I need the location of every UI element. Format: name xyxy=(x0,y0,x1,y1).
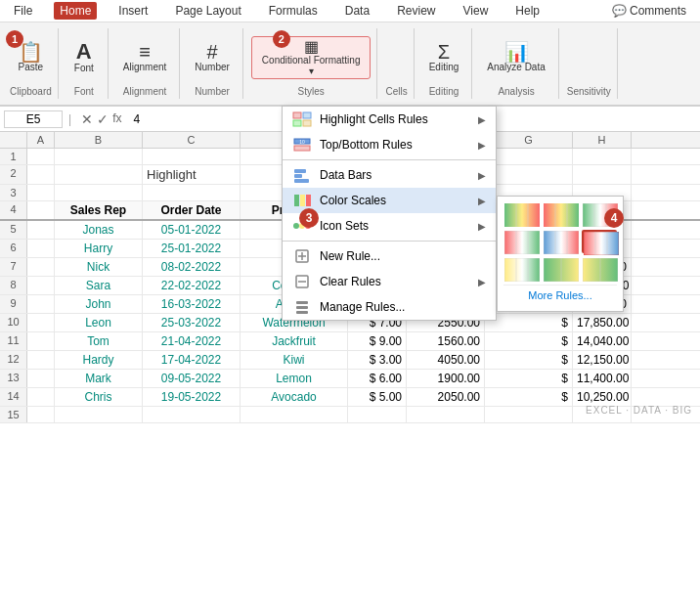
color-scale-gwr[interactable] xyxy=(582,202,617,226)
cell-a7[interactable] xyxy=(27,258,55,276)
cell-e13[interactable]: $ 6.00 xyxy=(348,370,407,387)
col-header-g[interactable]: G xyxy=(485,132,573,148)
cell-g1[interactable] xyxy=(485,149,573,164)
cell-h12[interactable]: 12,150.00 xyxy=(573,351,632,369)
cell-f11[interactable]: 1560.00 xyxy=(407,332,485,350)
data-bars-item[interactable]: Data Bars ▶ xyxy=(283,162,496,188)
cell-b7[interactable]: Nick xyxy=(55,258,143,276)
menu-page-layout[interactable]: Page Layout xyxy=(169,2,246,20)
cell-a8[interactable] xyxy=(27,277,55,294)
cell-b9[interactable]: John xyxy=(55,295,143,313)
function-icon[interactable]: fx xyxy=(112,111,121,127)
cell-b12[interactable]: Hardy xyxy=(55,351,143,369)
cell-c14[interactable]: 19-05-2022 xyxy=(143,388,241,406)
cell-b6[interactable]: Harry xyxy=(55,240,143,257)
font-button[interactable]: A Font xyxy=(66,37,102,77)
cell-b3[interactable] xyxy=(55,185,143,200)
cell-b4[interactable]: Sales Rep xyxy=(55,201,143,219)
cell-g2[interactable] xyxy=(485,165,573,184)
cell-c7[interactable]: 08-02-2022 xyxy=(143,258,241,276)
col-header-h[interactable]: H xyxy=(573,132,632,148)
cell-b15[interactable] xyxy=(55,407,143,422)
confirm-icon[interactable]: ✓ xyxy=(97,111,109,127)
analyze-data-button[interactable]: 📊 Analyze Data xyxy=(480,38,551,76)
cell-a12[interactable] xyxy=(27,351,55,369)
cell-g11[interactable]: $ xyxy=(485,332,573,350)
col-header-b[interactable]: B xyxy=(55,132,143,148)
cell-a2[interactable] xyxy=(27,165,55,184)
cell-b13[interactable]: Mark xyxy=(55,370,143,387)
cell-c10[interactable]: 25-03-2022 xyxy=(143,314,241,331)
menu-help[interactable]: Help xyxy=(509,2,546,20)
cell-f13[interactable]: 1900.00 xyxy=(407,370,485,387)
cell-f14[interactable]: 2050.00 xyxy=(407,388,485,406)
menu-insert[interactable]: Insert xyxy=(112,2,153,20)
color-scale-bwr[interactable] xyxy=(543,230,578,253)
cell-g10[interactable]: $ xyxy=(485,314,573,331)
color-scale-rwb[interactable] xyxy=(582,230,617,253)
highlight-cells-rules-item[interactable]: Highlight Cells Rules ▶ xyxy=(283,107,496,132)
cell-d12[interactable]: Kiwi xyxy=(241,351,348,369)
cell-d11[interactable]: Jackfruit xyxy=(241,332,348,350)
cell-d15[interactable] xyxy=(241,407,348,422)
cell-b1[interactable] xyxy=(55,149,143,164)
cell-b10[interactable]: Leon xyxy=(55,314,143,331)
alignment-button[interactable]: ≡ Alignment xyxy=(116,38,173,76)
cell-a14[interactable] xyxy=(27,388,55,406)
cell-c6[interactable]: 25-01-2022 xyxy=(143,240,241,257)
cell-e12[interactable]: $ 3.00 xyxy=(348,351,407,369)
cell-a5[interactable] xyxy=(27,221,55,239)
cell-a11[interactable] xyxy=(27,332,55,350)
cell-reference-input[interactable]: E5 xyxy=(4,110,63,128)
cell-g15[interactable] xyxy=(485,407,573,422)
cell-d14[interactable]: Avocado xyxy=(241,388,348,406)
menu-view[interactable]: View xyxy=(458,2,495,20)
cell-c12[interactable]: 17-04-2022 xyxy=(143,351,241,369)
color-scale-ywg[interactable] xyxy=(503,257,539,281)
cell-c2[interactable]: Highlight xyxy=(143,165,241,184)
cell-g13[interactable]: $ xyxy=(485,370,573,387)
cell-a1[interactable] xyxy=(27,149,55,164)
cell-d13[interactable]: Lemon xyxy=(241,370,348,387)
menu-home[interactable]: Home xyxy=(54,2,97,20)
number-button[interactable]: # Number xyxy=(188,38,237,76)
cancel-icon[interactable]: ✕ xyxy=(81,111,93,127)
cell-e11[interactable]: $ 9.00 xyxy=(348,332,407,350)
cell-b11[interactable]: Tom xyxy=(55,332,143,350)
col-header-a[interactable]: A xyxy=(27,132,55,148)
more-rules-link[interactable]: More Rules... xyxy=(503,285,617,305)
cell-g14[interactable]: $ xyxy=(485,388,573,406)
cell-h2[interactable] xyxy=(573,165,632,184)
cell-h13[interactable]: 11,400.00 xyxy=(573,370,632,387)
cell-f12[interactable]: 4050.00 xyxy=(407,351,485,369)
cell-b14[interactable]: Chris xyxy=(55,388,143,406)
cell-c4[interactable]: Order Date xyxy=(143,201,241,219)
manage-rules-item[interactable]: Manage Rules... xyxy=(283,294,496,320)
clear-rules-item[interactable]: Clear Rules ▶ xyxy=(283,269,496,294)
editing-button[interactable]: Σ Editing xyxy=(422,38,466,76)
conditional-formatting-button[interactable]: ▦ Conditional Formatting ▾ xyxy=(251,36,372,79)
cell-a15[interactable] xyxy=(27,407,55,422)
cell-h11[interactable]: 14,040.00 xyxy=(573,332,632,350)
new-rule-item[interactable]: New Rule... xyxy=(283,243,496,269)
cell-c3[interactable] xyxy=(143,185,241,200)
cell-c15[interactable] xyxy=(143,407,241,422)
col-header-c[interactable]: C xyxy=(143,132,241,148)
cell-g12[interactable]: $ xyxy=(485,351,573,369)
cell-a13[interactable] xyxy=(27,370,55,387)
menu-comments[interactable]: 💬 Comments xyxy=(606,2,692,20)
menu-data[interactable]: Data xyxy=(339,2,375,20)
color-scales-item[interactable]: Color Scales ▶ xyxy=(283,188,496,213)
cell-c13[interactable]: 09-05-2022 xyxy=(143,370,241,387)
cell-a4[interactable] xyxy=(27,201,55,219)
cell-f15[interactable] xyxy=(407,407,485,422)
cell-h1[interactable] xyxy=(573,149,632,164)
color-scale-gy2[interactable] xyxy=(543,257,578,281)
cell-e15[interactable] xyxy=(348,407,407,422)
cell-c9[interactable]: 16-03-2022 xyxy=(143,295,241,313)
cell-c11[interactable]: 21-04-2022 xyxy=(143,332,241,350)
icon-sets-item[interactable]: Icon Sets ▶ xyxy=(283,213,496,239)
cell-h10[interactable]: 17,850.00 xyxy=(573,314,632,331)
color-scale-rwg[interactable] xyxy=(503,230,539,253)
cell-c8[interactable]: 22-02-2022 xyxy=(143,277,241,294)
